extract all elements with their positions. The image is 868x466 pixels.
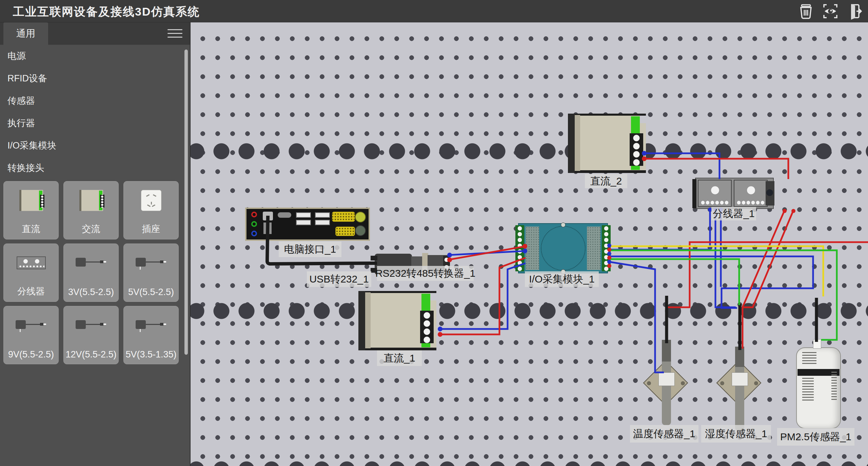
adapter-thumbnail [76, 319, 107, 331]
component-card-3v[interactable]: 3V(5.5-2.5) [63, 244, 119, 302]
component-sidebar: 通用 电源 RFID设备 传感器 执行器 I/O采集模块 转换接头 直流 交流 … [0, 22, 191, 466]
sidebar-tabbar: 通用 [0, 22, 190, 45]
menu-icon[interactable] [167, 29, 182, 38]
exit-door-icon [846, 3, 863, 20]
app-window: 工业互联网设备及接线3D仿真系统 [0, 0, 868, 466]
adapter-thumbnail [136, 319, 167, 331]
device-label-io-module-1: I/O采集模块_1 [525, 271, 599, 287]
component-card-ac[interactable]: 交流 [63, 181, 119, 239]
device-label-rs232-485-1: RS232转485转换器_1 [377, 266, 474, 281]
component-label: 3V(5.5-2.5) [64, 287, 118, 297]
sidebar-scrollbar[interactable] [184, 50, 188, 355]
device-label-pm25-sensor-1: PM2.5传感器_1 [777, 428, 854, 446]
component-card-5v[interactable]: 5V(5.5-2.5) [123, 244, 179, 302]
adapter-thumbnail [76, 257, 107, 269]
app-title: 工业互联网设备及接线3D仿真系统 [13, 4, 200, 20]
component-label: 插座 [124, 223, 178, 235]
device-label-usb232-1: USB转232_1 [307, 271, 371, 287]
pegboard-hole-row [191, 457, 868, 466]
component-label: 12V(5.5-2.5) [64, 349, 118, 360]
component-label: 直流 [4, 223, 58, 235]
component-card-9v[interactable]: 9V(5.5-2.5) [3, 306, 59, 364]
device-dc-1[interactable] [358, 291, 436, 350]
tab-general[interactable]: 通用 [3, 22, 48, 45]
component-label: 5V(3.5-1.35) [124, 349, 178, 360]
device-dc-2[interactable] [568, 114, 646, 173]
device-label-pc-interface-1: 电脑接口_1 [279, 241, 341, 257]
component-card-5v-small[interactable]: 5V(3.5-1.35) [123, 306, 179, 364]
menu-item-sensor[interactable]: 传感器 [0, 90, 190, 112]
component-label: 9V(5.5-2.5) [4, 349, 58, 360]
component-card-splitter[interactable]: 分线器 [3, 244, 59, 302]
menu-item-rfid[interactable]: RFID设备 [0, 67, 190, 90]
socket-thumbnail [141, 190, 161, 211]
device-pm25-sensor-1[interactable] [796, 347, 841, 429]
device-label-humidity-sensor-1: 湿度传感器_1 [701, 425, 771, 443]
device-label-dc-1: 直流_1 [377, 350, 422, 366]
ac-psu-thumbnail [79, 190, 103, 211]
pegboard-hole-row [191, 142, 868, 160]
trash-icon [797, 3, 814, 20]
device-label-splitter-1: 分线器_1 [711, 207, 756, 220]
device-label-temp-sensor-1: 温度传感器_1 [630, 425, 698, 443]
adapter-thumbnail [16, 319, 47, 331]
menu-item-io-module[interactable]: I/O采集模块 [0, 134, 190, 157]
device-pc-interface-1[interactable] [245, 208, 370, 241]
menu-item-power[interactable]: 电源 [0, 45, 190, 67]
header-bar: 工业互联网设备及接线3D仿真系统 [0, 0, 868, 22]
component-grid: 直流 交流 插座 分线器 3V(5.5-2.5) 5V(5.5-2.5) [3, 181, 183, 364]
component-card-socket[interactable]: 插座 [123, 181, 179, 239]
delete-button[interactable] [797, 2, 815, 20]
adapter-thumbnail [136, 257, 167, 269]
menu-item-actuator[interactable]: 执行器 [0, 112, 190, 134]
device-io-module-1[interactable] [518, 223, 608, 273]
device-splitter-1[interactable] [695, 178, 774, 209]
preview-button[interactable] [821, 2, 840, 20]
category-menu: 电源 RFID设备 传感器 执行器 I/O采集模块 转换接头 [0, 45, 190, 179]
splitter-thumbnail [17, 256, 46, 269]
component-label: 分线器 [4, 285, 58, 297]
component-card-dc[interactable]: 直流 [3, 181, 59, 239]
pegboard-hole-row [191, 302, 868, 320]
eye-scan-icon [822, 3, 839, 20]
component-card-12v[interactable]: 12V(5.5-2.5) [63, 306, 119, 364]
menu-item-adapter[interactable]: 转换接头 [0, 157, 190, 179]
exit-button[interactable] [846, 2, 864, 20]
dc-psu-thumbnail [19, 190, 43, 211]
simulation-board[interactable]: 直流_2 分线器_1 电脑接口_1 USB转232_1 RS232转485转换器… [191, 22, 868, 466]
device-label-dc-2: 直流_2 [585, 174, 627, 188]
header-actions [797, 2, 864, 20]
component-label: 5V(5.5-2.5) [124, 287, 178, 297]
component-label: 交流 [64, 223, 118, 235]
